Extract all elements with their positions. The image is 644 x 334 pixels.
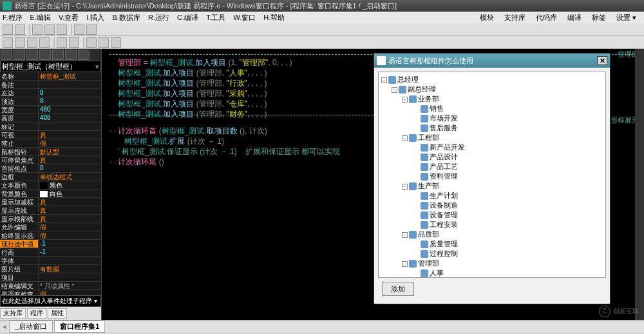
expand-icon[interactable]: - [381, 77, 387, 83]
toolbar-button[interactable] [27, 37, 37, 48]
tree-node[interactable]: -生产部 [381, 181, 603, 191]
toolbar-button[interactable] [57, 37, 67, 48]
tree-node[interactable]: 人事 [381, 268, 603, 278]
panel-tab-icon[interactable] [26, 50, 38, 60]
tree-node[interactable]: 生产计划 [381, 191, 603, 201]
property-grid[interactable]: 名称树型框_测试备注左边8顶边8宽度480高度408标记可视真禁止假鼠标指针默认… [0, 72, 101, 295]
property-value[interactable]: 假 [39, 290, 101, 295]
menu-item[interactable]: 编译 [567, 13, 582, 23]
menu-item[interactable]: B.数据库 [112, 13, 140, 23]
panel-tab-icon[interactable] [78, 50, 90, 60]
property-value[interactable]: * 只读属性 * [39, 282, 101, 290]
panel-tab-icon[interactable] [52, 50, 64, 60]
property-row[interactable]: 鼠标指针默认型 [0, 148, 101, 156]
toolbar-button[interactable] [3, 25, 13, 35]
tree-node[interactable]: 过程控制 [381, 249, 603, 259]
property-row[interactable]: 可视真 [0, 131, 101, 139]
property-row[interactable]: 顶边8 [0, 97, 101, 106]
property-row[interactable]: 可停留焦点真 [0, 156, 101, 164]
tree-node[interactable]: -工程部 [381, 133, 603, 142]
property-row[interactable]: 背景颜色白色 [0, 190, 101, 198]
menu-item[interactable]: 支持库 [504, 13, 526, 23]
property-row[interactable]: 文本颜色黑色 [0, 181, 101, 190]
component-selector[interactable]: 树型框_测试（树型框） ▾ [0, 61, 101, 72]
document-tab[interactable]: 窗口程序集1 [54, 320, 105, 333]
add-button[interactable]: 添加 [382, 282, 414, 296]
property-row[interactable]: 标记 [0, 123, 101, 131]
property-value[interactable] [39, 257, 101, 264]
panel-tab-icon[interactable] [1, 50, 12, 60]
toolbar-button[interactable] [39, 37, 50, 48]
property-value[interactable]: 假 [39, 139, 101, 147]
property-value[interactable]: 黑色 [39, 181, 101, 189]
property-row[interactable]: 显示根部线真 [0, 215, 101, 223]
property-value[interactable]: 真 [39, 131, 101, 139]
panel-tab[interactable]: 支持库 [0, 308, 26, 319]
tree-node[interactable]: 资料管理 [381, 172, 603, 181]
panel-tab-icon[interactable] [14, 50, 25, 60]
tree-node[interactable]: -品质部 [381, 230, 603, 239]
menu-item[interactable]: H.帮助 [263, 13, 285, 23]
tree-node[interactable]: 产品设计 [381, 152, 603, 162]
property-value[interactable] [39, 273, 101, 281]
property-value[interactable]: 8 [39, 97, 101, 105]
expand-icon[interactable]: - [392, 87, 397, 93]
tree-node[interactable]: 售后服务 [381, 123, 603, 133]
property-value[interactable]: 408 [39, 114, 101, 122]
menu-item[interactable]: 代码库 [536, 13, 557, 23]
menu-item[interactable]: V.查看 [59, 13, 79, 23]
property-row[interactable]: 现行选中项-1 [0, 240, 101, 248]
property-value[interactable]: 有数据 [39, 265, 101, 273]
property-row[interactable]: 项目 [0, 273, 101, 282]
expand-icon[interactable]: - [402, 97, 408, 103]
property-value[interactable] [39, 123, 101, 130]
property-value[interactable]: 480 [39, 106, 101, 113]
menu-item[interactable]: 设置 ▾ [616, 13, 636, 23]
property-value[interactable]: 8 [39, 89, 101, 97]
popup-title-bar[interactable]: 易语言树形框组件怎么使用 ✕ [374, 54, 610, 68]
panel-tab-icon[interactable] [39, 50, 51, 60]
property-row[interactable]: 是否有检查框假 [0, 290, 101, 295]
panel-tab[interactable]: 程序 [27, 308, 46, 319]
menu-item[interactable]: F.程序 [3, 13, 23, 23]
property-value[interactable]: 树型框_测试 [39, 72, 101, 80]
property-row[interactable]: 始终显示选择项假 [0, 231, 101, 240]
toolbar-button[interactable] [44, 25, 55, 35]
property-value[interactable]: 单线边框式 [39, 173, 101, 181]
close-button[interactable]: ✕ [597, 56, 607, 65]
property-value[interactable] [39, 81, 101, 88]
property-row[interactable]: 高度408 [0, 114, 101, 123]
toolbar-button[interactable] [74, 25, 84, 35]
toolbar-button[interactable] [86, 37, 97, 48]
tree-node[interactable]: 工程安装 [381, 220, 603, 230]
expand-icon[interactable]: - [402, 135, 408, 141]
tree-node[interactable]: -总经理 [381, 75, 603, 84]
property-row[interactable]: 左边8 [0, 89, 101, 97]
property-value[interactable]: -1 [39, 240, 101, 248]
vertical-scrollbar[interactable] [635, 49, 644, 320]
property-value[interactable]: 真 [39, 198, 101, 206]
panel-tab-icon[interactable] [65, 50, 77, 60]
tree-node[interactable]: 设备制造 [381, 201, 603, 210]
tree-node[interactable]: 新产品开发 [381, 142, 603, 152]
property-value[interactable]: 真 [39, 156, 101, 164]
menu-item[interactable]: 标签 [592, 13, 606, 23]
toolbar-button[interactable] [3, 37, 13, 48]
toolbar-button[interactable] [15, 25, 25, 35]
expand-icon[interactable]: - [402, 261, 408, 267]
tree-node[interactable]: 销售 [381, 104, 603, 113]
property-row[interactable]: 备注 [0, 81, 101, 89]
tree-node[interactable]: -业务部 [381, 94, 603, 104]
expand-icon[interactable]: - [402, 232, 408, 238]
property-row[interactable]: 图片组有数据 [0, 265, 101, 273]
toolbar-button[interactable] [32, 25, 43, 35]
property-value[interactable]: 默认型 [39, 148, 101, 155]
property-row[interactable]: 字体 [0, 257, 101, 265]
property-row[interactable]: 显示加减框真 [0, 198, 101, 206]
menu-item[interactable]: T.工具 [206, 13, 226, 23]
tree-node[interactable]: -副总经理 [381, 84, 603, 94]
tree-node[interactable]: 设备管理 [381, 210, 603, 220]
toolbar-button[interactable] [111, 37, 121, 48]
tree-node[interactable]: 市场开发 [381, 113, 603, 123]
menu-item[interactable]: C.编译 [177, 13, 198, 23]
